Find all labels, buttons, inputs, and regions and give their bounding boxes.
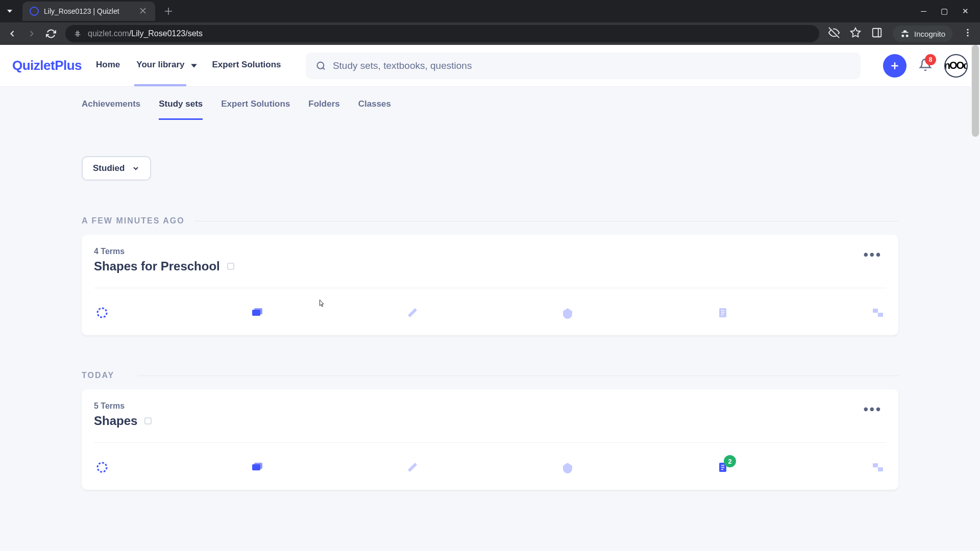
maximize-button[interactable]: ▢ (941, 7, 948, 16)
svg-rect-7 (254, 308, 262, 314)
nav-home[interactable]: Home (94, 45, 122, 86)
chevron-down-icon (132, 164, 140, 172)
svg-rect-16 (878, 467, 883, 471)
write-icon[interactable] (406, 307, 419, 319)
close-window-button[interactable]: ✕ (962, 7, 969, 16)
test-icon[interactable]: 2 (717, 461, 729, 473)
subnav-study-sets[interactable]: Study sets (159, 99, 203, 120)
subnav-folders[interactable]: Folders (308, 99, 339, 120)
avatar[interactable]: nOOc (944, 54, 968, 78)
incognito-badge[interactable]: Incognito (893, 26, 952, 42)
site-settings-icon[interactable] (74, 30, 82, 38)
svg-point-3 (967, 35, 968, 36)
learn-icon[interactable] (96, 307, 108, 319)
tab-favicon (30, 7, 39, 16)
reload-button[interactable] (46, 29, 56, 39)
notifications-button[interactable]: 8 (919, 58, 932, 73)
flashcards-icon[interactable] (251, 307, 263, 319)
url-path: /Lily_Rose0123/sets (129, 29, 203, 38)
minimize-button[interactable]: ─ (921, 7, 926, 16)
card-title: Shapes for Preschool (94, 259, 220, 273)
filter-dropdown[interactable]: Studied (82, 156, 151, 181)
svg-point-1 (967, 29, 968, 31)
browser-tab[interactable]: Lily_Rose0123 | Quizlet (22, 2, 155, 21)
action-badge: 2 (724, 455, 736, 467)
svg-point-2 (967, 32, 968, 33)
svg-rect-9 (873, 309, 878, 313)
svg-rect-13 (254, 463, 262, 469)
test-icon[interactable] (717, 307, 729, 319)
section-header-today: TODAY (82, 371, 898, 380)
scroll-thumb[interactable] (972, 45, 979, 137)
card-more-button[interactable]: ••• (860, 402, 886, 417)
svg-rect-15 (873, 463, 878, 467)
nav-your-library[interactable]: Your library (134, 45, 186, 86)
new-tab-button[interactable] (159, 2, 178, 20)
match-icon[interactable] (872, 307, 884, 319)
card-title: Shapes (94, 414, 137, 428)
forward-button[interactable] (27, 29, 37, 39)
subnav-achievements[interactable]: Achievements (82, 99, 140, 120)
subnav-classes[interactable]: Classes (358, 99, 391, 120)
incognito-icon (900, 29, 910, 39)
svg-rect-0 (873, 29, 881, 37)
browser-menu-button[interactable] (963, 28, 973, 40)
card-term-count: 5 Terms (94, 402, 152, 411)
study-set-card[interactable]: 4 Terms Shapes for Preschool ••• (82, 235, 898, 335)
visibility-icon[interactable] (828, 27, 840, 40)
scrollbar[interactable] (971, 45, 980, 551)
site-header: QuizletPlus Home Your library Expert Sol… (0, 45, 980, 87)
spell-icon[interactable] (561, 307, 574, 319)
create-button[interactable] (883, 54, 906, 78)
match-icon[interactable] (872, 461, 884, 473)
card-term-count: 4 Terms (94, 247, 234, 256)
svg-point-5 (97, 308, 107, 317)
svg-point-11 (97, 463, 107, 472)
card-badge-icon (144, 417, 152, 424)
search-icon (316, 61, 326, 71)
svg-rect-10 (878, 313, 883, 317)
browser-tabs-bar: Lily_Rose0123 | Quizlet ─ ▢ ✕ (0, 0, 980, 22)
panel-icon[interactable] (871, 27, 883, 40)
window-controls: ─ ▢ ✕ (921, 7, 980, 16)
cursor-pointer-icon (317, 299, 325, 309)
tab-title: Lily_Rose0123 | Quizlet (44, 7, 119, 15)
svg-point-4 (317, 62, 324, 68)
sub-navigation: Achievements Study sets Expert Solutions… (82, 87, 898, 120)
card-more-button[interactable]: ••• (860, 247, 886, 263)
tab-search-dropdown[interactable] (0, 2, 19, 21)
study-set-card[interactable]: 5 Terms Shapes ••• 2 (82, 389, 898, 490)
back-button[interactable] (7, 29, 17, 39)
nav-expert-solutions[interactable]: Expert Solutions (210, 45, 283, 86)
card-badge-icon (227, 263, 234, 270)
chevron-down-icon[interactable] (190, 62, 198, 69)
address-bar: quizlet.com/Lily_Rose0123/sets Incognito (0, 22, 980, 45)
url-input[interactable]: quizlet.com/Lily_Rose0123/sets (65, 25, 819, 42)
section-header-recent: A FEW MINUTES AGO (82, 216, 898, 226)
filter-label: Studied (93, 163, 125, 173)
page-content: QuizletPlus Home Your library Expert Sol… (0, 45, 980, 551)
search-input[interactable] (333, 60, 850, 71)
notification-badge: 8 (925, 54, 936, 65)
write-icon[interactable] (406, 461, 419, 473)
search-box[interactable] (306, 53, 861, 79)
bookmark-icon[interactable] (850, 27, 861, 40)
url-host: quizlet.com (88, 29, 129, 38)
subnav-expert-solutions[interactable]: Expert Solutions (221, 99, 290, 120)
incognito-label: Incognito (914, 30, 945, 38)
tab-close-button[interactable] (138, 5, 148, 17)
spell-icon[interactable] (561, 461, 574, 473)
learn-icon[interactable] (96, 461, 108, 473)
logo[interactable]: QuizletPlus (12, 58, 82, 73)
flashcards-icon[interactable] (251, 461, 263, 473)
